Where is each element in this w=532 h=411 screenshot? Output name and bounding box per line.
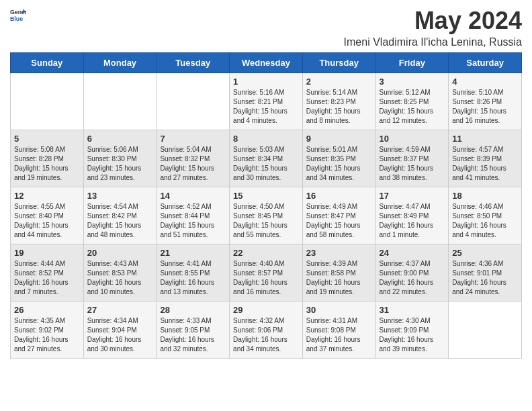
day-info-line: Daylight: 15 hours — [306, 165, 361, 172]
day-info-line: Sunrise: 5:04 AM — [160, 146, 211, 153]
day-info-line: Sunset: 8:23 PM — [306, 98, 356, 105]
day-info-line: and 27 minutes. — [14, 345, 62, 353]
calendar-cell: 3Sunrise: 5:12 AMSunset: 8:25 PMDaylight… — [375, 73, 449, 130]
day-info-line: Sunrise: 4:43 AM — [87, 260, 138, 267]
day-number: 26 — [14, 305, 80, 315]
day-info-line: Daylight: 16 hours — [160, 336, 214, 343]
day-info-line: Daylight: 16 hours — [87, 279, 142, 286]
day-info-line: Sunset: 8:44 PM — [160, 212, 210, 220]
day-info-line: Sunrise: 4:36 AM — [452, 260, 503, 267]
calendar-week-2: 5Sunrise: 5:08 AMSunset: 8:28 PMDaylight… — [11, 130, 522, 187]
day-info-line: Sunrise: 4:33 AM — [160, 317, 211, 324]
day-info-line: Daylight: 15 hours — [233, 165, 287, 172]
calendar-cell: 11Sunrise: 4:57 AMSunset: 8:39 PMDayligh… — [449, 130, 522, 187]
day-number: 25 — [452, 248, 518, 258]
day-info: Sunrise: 5:08 AMSunset: 8:28 PMDaylight:… — [14, 145, 80, 183]
calendar-cell: 30Sunrise: 4:31 AMSunset: 9:08 PMDayligh… — [302, 302, 375, 359]
calendar-cell — [449, 302, 522, 359]
calendar-cell: 20Sunrise: 4:43 AMSunset: 8:53 PMDayligh… — [83, 244, 157, 302]
day-info-line: and 55 minutes. — [233, 231, 281, 238]
day-info-line: and 44 minutes. — [14, 231, 62, 238]
day-info-line: Daylight: 16 hours — [14, 336, 69, 343]
day-info-line: Daylight: 15 hours — [87, 222, 142, 229]
day-info: Sunrise: 4:37 AMSunset: 9:00 PMDaylight:… — [380, 259, 445, 297]
day-info-line: Daylight: 16 hours — [380, 222, 434, 229]
day-info: Sunrise: 4:44 AMSunset: 8:52 PMDaylight:… — [14, 259, 80, 297]
calendar-cell: 4Sunrise: 5:10 AMSunset: 8:26 PMDaylight… — [449, 73, 522, 130]
calendar-cell — [83, 73, 157, 130]
day-info: Sunrise: 4:49 AMSunset: 8:47 PMDaylight:… — [306, 202, 372, 240]
calendar-cell: 24Sunrise: 4:37 AMSunset: 9:00 PMDayligh… — [375, 244, 449, 302]
day-info-line: and 1 minute. — [380, 231, 420, 238]
day-info-line: Daylight: 16 hours — [306, 336, 361, 343]
day-info-line: Sunset: 9:01 PM — [452, 269, 502, 277]
calendar-cell: 13Sunrise: 4:54 AMSunset: 8:42 PMDayligh… — [83, 187, 157, 244]
day-info-line: Daylight: 15 hours — [87, 165, 142, 172]
day-info-line: and 30 minutes. — [233, 174, 281, 181]
day-info-line: and 16 minutes. — [233, 288, 281, 295]
day-info-line: and 7 minutes. — [14, 288, 58, 295]
day-info-line: Sunrise: 4:35 AM — [14, 317, 65, 324]
day-number: 22 — [233, 248, 299, 258]
day-info-line: and 51 minutes. — [160, 231, 208, 238]
day-number: 21 — [160, 248, 226, 258]
calendar-week-3: 12Sunrise: 4:55 AMSunset: 8:40 PMDayligh… — [11, 187, 522, 244]
day-info-line: Sunset: 9:05 PM — [160, 326, 210, 334]
header-tuesday: Tuesday — [157, 53, 230, 73]
calendar-cell: 17Sunrise: 4:47 AMSunset: 8:49 PMDayligh… — [375, 187, 449, 244]
day-info-line: and 23 minutes. — [87, 174, 135, 181]
day-info-line: Sunset: 8:42 PM — [87, 212, 137, 220]
day-info-line: Sunset: 8:40 PM — [14, 212, 64, 220]
header-wednesday: Wednesday — [230, 53, 303, 73]
day-number: 18 — [452, 191, 518, 201]
calendar-cell: 1Sunrise: 5:16 AMSunset: 8:21 PMDaylight… — [230, 73, 303, 130]
day-info: Sunrise: 5:12 AMSunset: 8:25 PMDaylight:… — [380, 88, 445, 126]
day-number: 24 — [380, 248, 445, 258]
day-info-line: and 30 minutes. — [87, 345, 135, 353]
day-info-line: Sunrise: 4:55 AM — [14, 203, 65, 210]
day-number: 6 — [87, 134, 153, 144]
calendar-cell: 28Sunrise: 4:33 AMSunset: 9:05 PMDayligh… — [157, 302, 230, 359]
day-info-line: Daylight: 15 hours — [380, 107, 434, 115]
day-info-line: Sunrise: 5:10 AM — [452, 89, 503, 96]
day-info-line: Daylight: 16 hours — [233, 279, 287, 286]
day-number: 17 — [380, 191, 445, 201]
day-number: 2 — [306, 77, 372, 87]
day-number: 23 — [306, 248, 372, 258]
page-title: May 2024 — [344, 7, 522, 35]
day-info: Sunrise: 4:34 AMSunset: 9:04 PMDaylight:… — [87, 316, 153, 354]
day-number: 27 — [87, 305, 153, 315]
day-info-line: and 34 minutes. — [306, 174, 354, 181]
day-info-line: and 41 minutes. — [452, 174, 500, 181]
day-info-line: Daylight: 16 hours — [452, 222, 506, 229]
day-info-line: Daylight: 16 hours — [380, 336, 434, 343]
day-info-line: Daylight: 15 hours — [380, 165, 434, 172]
day-info: Sunrise: 5:01 AMSunset: 8:35 PMDaylight:… — [306, 145, 372, 183]
day-info-line: Sunset: 8:35 PM — [306, 155, 356, 163]
day-info-line: and 12 minutes. — [380, 117, 427, 124]
day-info-line: Sunset: 8:32 PM — [160, 155, 210, 163]
day-info-line: Sunset: 8:55 PM — [160, 269, 210, 277]
calendar-cell: 10Sunrise: 4:59 AMSunset: 8:37 PMDayligh… — [375, 130, 449, 187]
day-info-line: Sunset: 8:28 PM — [14, 155, 64, 163]
day-info-line: Sunset: 8:58 PM — [306, 269, 356, 277]
logo: General Blue — [10, 7, 26, 23]
day-info-line: and 10 minutes. — [87, 288, 135, 295]
header-row: Sunday Monday Tuesday Wednesday Thursday… — [11, 53, 522, 73]
calendar-week-4: 19Sunrise: 4:44 AMSunset: 8:52 PMDayligh… — [11, 244, 522, 302]
day-info-line: Sunrise: 5:01 AM — [306, 146, 357, 153]
day-info-line: Daylight: 16 hours — [14, 279, 69, 286]
day-info: Sunrise: 4:46 AMSunset: 8:50 PMDaylight:… — [452, 202, 518, 240]
day-info-line: Sunrise: 4:54 AM — [87, 203, 138, 210]
day-info-line: Sunrise: 4:49 AM — [306, 203, 357, 210]
day-info: Sunrise: 4:35 AMSunset: 9:02 PMDaylight:… — [14, 316, 80, 354]
day-info: Sunrise: 4:43 AMSunset: 8:53 PMDaylight:… — [87, 259, 153, 297]
day-info-line: Sunrise: 4:46 AM — [452, 203, 503, 210]
calendar-cell: 6Sunrise: 5:06 AMSunset: 8:30 PMDaylight… — [83, 130, 157, 187]
calendar-cell: 29Sunrise: 4:32 AMSunset: 9:06 PMDayligh… — [230, 302, 303, 359]
calendar-cell: 31Sunrise: 4:30 AMSunset: 9:09 PMDayligh… — [375, 302, 449, 359]
day-info-line: Sunrise: 4:47 AM — [380, 203, 431, 210]
day-info-line: Sunset: 8:50 PM — [452, 212, 502, 220]
calendar-cell: 12Sunrise: 4:55 AMSunset: 8:40 PMDayligh… — [11, 187, 84, 244]
day-info-line: Daylight: 16 hours — [160, 279, 214, 286]
